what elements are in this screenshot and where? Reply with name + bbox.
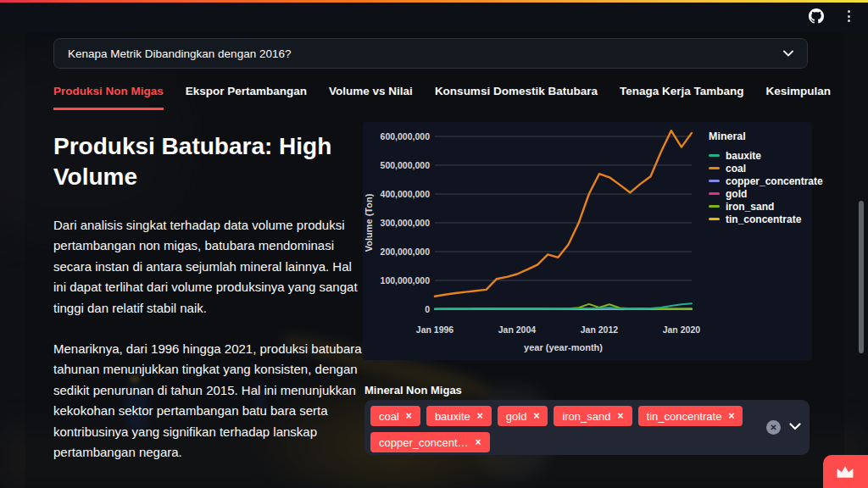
chip-coal[interactable]: coal×	[370, 406, 420, 426]
chip-label: tin_concentrate	[647, 410, 722, 423]
y-tick-label: 400,000,000	[381, 189, 431, 199]
article-paragraph-2: Menariknya, dari 1996 hingga 2021, produ…	[53, 339, 362, 463]
clear-all-icon[interactable]: ✕	[766, 420, 781, 435]
expander-label: Kenapa Metrik Dibandingkan dengan 2016?	[68, 47, 291, 60]
y-axis-title: Volume (Ton)	[364, 193, 374, 252]
y-tick-label: 0	[425, 304, 430, 314]
crown-badge-button[interactable]	[823, 455, 868, 488]
selected-chips: coal×bauxite×gold×iron_sand×tin_concentr…	[370, 406, 756, 452]
legend-item-bauxite: bauxite	[709, 149, 809, 162]
expander-why-2016[interactable]: Kenapa Metrik Dibandingkan dengan 2016?	[53, 38, 808, 69]
legend-label: bauxite	[726, 150, 761, 162]
tab-volume-vs-nilai[interactable]: Volume vs Nilai	[329, 85, 413, 110]
y-tick-label: 100,000,000	[381, 275, 431, 286]
legend-label: coal	[726, 163, 746, 175]
x-tick-label: Jan 2004	[498, 324, 537, 335]
chip-copper_concent[interactable]: copper_concent…×	[370, 432, 490, 452]
article: Produksi Batubara: High Volume Dari anal…	[53, 131, 362, 484]
chevron-down-icon[interactable]	[789, 423, 801, 430]
y-tick-label: 200,000,000	[381, 247, 431, 257]
chart-card: 0100,000,000200,000,000300,000,000400,00…	[363, 122, 812, 360]
tab-produksi-non-migas[interactable]: Produksi Non Migas	[53, 85, 164, 110]
tab-konsumsi-domestik-batubara[interactable]: Konsumsi Domestik Batubara	[435, 85, 598, 110]
chip-tin_concentrate[interactable]: tin_concentrate×	[638, 406, 743, 426]
legend-title: Mineral	[709, 130, 809, 142]
y-tick-label: 300,000,000	[381, 218, 431, 228]
series-line-bauxite	[435, 303, 692, 308]
kebab-menu-icon[interactable]	[839, 7, 858, 25]
chip-close-icon[interactable]: ×	[476, 436, 481, 448]
chevron-down-icon	[783, 50, 793, 57]
app-header	[0, 0, 868, 32]
x-tick-label: Jan 1996	[416, 324, 454, 335]
decoration-bar	[0, 0, 868, 3]
legend-item-gold: gold	[709, 187, 809, 200]
legend-swatch	[709, 167, 720, 169]
legend-swatch	[709, 180, 720, 182]
article-paragraph-1: Dari analisis singkat terhadap data volu…	[53, 215, 362, 319]
tab-tenaga-kerja-tambang[interactable]: Tenaga Kerja Tambang	[620, 85, 744, 110]
legend-label: tin_concentrate	[726, 214, 801, 225]
legend-item-tin_concentrate: tin_concentrate	[709, 213, 809, 225]
y-tick-label: 600,000,000	[381, 131, 431, 141]
chip-close-icon[interactable]: ×	[477, 410, 483, 422]
crown-icon	[834, 463, 856, 480]
tab-bar: Produksi Non MigasEkspor PertambanganVol…	[53, 85, 831, 110]
legend-item-coal: coal	[709, 162, 809, 175]
multiselect-label: Mineral Non Migas	[364, 384, 462, 396]
legend-swatch	[709, 218, 720, 220]
chip-label: iron_sand	[562, 410, 610, 423]
chip-close-icon[interactable]: ×	[618, 410, 624, 422]
chip-close-icon[interactable]: ×	[406, 410, 412, 422]
x-tick-label: Jan 2012	[581, 324, 619, 335]
legend-label: copper_concentrate	[726, 175, 823, 187]
chip-label: coal	[379, 410, 399, 423]
x-tick-label: Jan 2020	[663, 324, 701, 335]
legend-item-iron_sand: iron_sand	[709, 200, 809, 213]
chip-label: gold	[506, 410, 527, 423]
mineral-multiselect[interactable]: coal×bauxite×gold×iron_sand×tin_concentr…	[364, 400, 810, 455]
legend-label: iron_sand	[726, 201, 774, 213]
github-icon[interactable]	[807, 7, 826, 25]
scrollbar-thumb[interactable]	[859, 201, 864, 353]
chip-label: copper_concent…	[379, 436, 469, 449]
chip-gold[interactable]: gold×	[498, 406, 548, 426]
chip-close-icon[interactable]: ×	[533, 410, 539, 422]
series-line-coal	[435, 130, 692, 297]
legend-label: gold	[726, 188, 747, 200]
chip-label: bauxite	[435, 410, 470, 423]
chart-legend: Mineral bauxitecoalcopper_concentrategol…	[709, 130, 809, 225]
legend-swatch	[709, 154, 720, 157]
legend-swatch	[709, 205, 720, 208]
legend-swatch	[709, 192, 720, 195]
legend-item-copper_concentrate: copper_concentrate	[709, 175, 809, 187]
y-tick-label: 500,000,000	[381, 160, 431, 170]
x-axis-title: year (year-month)	[524, 342, 603, 352]
page-title: Produksi Batubara: High Volume	[53, 131, 362, 193]
chip-bauxite[interactable]: bauxite×	[426, 406, 492, 426]
tab-kesimpulan[interactable]: Kesimpulan	[765, 85, 831, 110]
tab-ekspor-pertambangan[interactable]: Ekspor Pertambangan	[186, 85, 307, 110]
chip-close-icon[interactable]: ×	[728, 410, 734, 422]
chip-iron_sand[interactable]: iron_sand×	[554, 406, 632, 426]
